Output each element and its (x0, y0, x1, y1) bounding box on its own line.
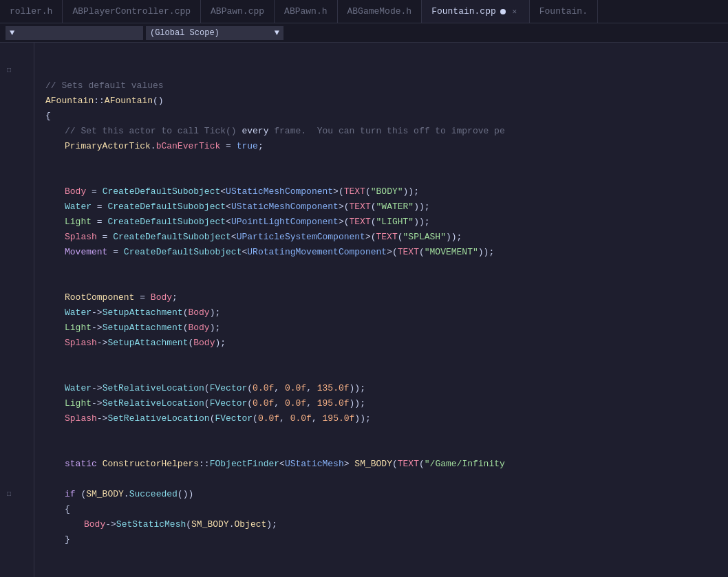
code-line: // Set this actor to call Tick() every f… (45, 124, 728, 139)
line-numbers-gutter: □ □ (0, 43, 34, 577)
tab-abplayercontroller-cpp[interactable]: ABPlayerController.cpp (63, 0, 201, 23)
code-line: // Sets default values (45, 78, 728, 94)
code-line (45, 442, 728, 457)
code-line (45, 472, 728, 487)
tab-abpawn-h[interactable]: ABPawn.h (275, 0, 337, 23)
dirty-indicator (500, 9, 506, 14)
symbol-scope-dropdown[interactable]: (Global Scope) ▼ (146, 26, 283, 40)
code-line: Light->SetupAttachment(Body); (45, 320, 728, 336)
code-line: Movement = CreateDefaultSubobject<URotat… (45, 245, 728, 260)
code-line: Splash->SetRelativeLocation(FVector(0.0f… (45, 411, 728, 426)
code-line: { (45, 502, 728, 517)
code-line: Body->SetStaticMesh(SM_BODY.Object); (45, 517, 728, 532)
code-line: if (SM_BODY.Succeeded()) (45, 487, 728, 502)
tab-label: ABGameMode.h (347, 6, 412, 17)
code-line: static ConstructorHelpers::FObjectFinder… (45, 457, 728, 472)
tab-label: Fountain. (539, 6, 588, 17)
code-line: Light->SetRelativeLocation(FVector(0.0f,… (45, 396, 728, 411)
code-line: AFountain::AFountain() (45, 94, 728, 109)
scope-label: (Global Scope) (150, 28, 220, 38)
tab-label: ABPlayerController.cpp (72, 6, 191, 17)
code-line (45, 63, 728, 78)
tab-label: roller.h (10, 6, 52, 17)
code-line: RootComponent = Body; (45, 290, 728, 305)
code-line: Light = CreateDefaultSubobject<UPointLig… (45, 215, 728, 230)
code-line: Water = CreateDefaultSubobject<UStaticMe… (45, 199, 728, 215)
dropdown-arrow-icon: ▼ (10, 28, 14, 38)
scope-bar: ▼ (Global Scope) ▼ (0, 23, 728, 43)
tab-label: ABPawn.h (284, 6, 327, 17)
tab-fountain-cpp[interactable]: Fountain.cpp ✕ (422, 0, 530, 23)
tab-controller-h[interactable]: roller.h (0, 0, 63, 23)
code-line (45, 260, 728, 275)
code-line (45, 366, 728, 381)
code-line: { (45, 109, 728, 124)
code-line (45, 169, 728, 184)
code-line (45, 275, 728, 290)
code-line (45, 426, 728, 442)
code-line: Splash->SetupAttachment(Body); (45, 336, 728, 351)
tab-label: ABPawn.cpp (211, 6, 264, 17)
code-line: Water->SetRelativeLocation(FVector(0.0f,… (45, 381, 728, 396)
code-line: Body = CreateDefaultSubobject<UStaticMes… (45, 184, 728, 199)
dropdown-arrow-icon: ▼ (275, 28, 279, 38)
code-editor[interactable]: □ □ // Sets default values AFountai (0, 43, 728, 577)
code-line: Water->SetupAttachment(Body); (45, 305, 728, 320)
tab-abpawn-cpp[interactable]: ABPawn.cpp (201, 0, 275, 23)
tab-fountain-more[interactable]: Fountain. (530, 0, 598, 23)
code-text[interactable]: // Sets default values AFountain::AFount… (34, 43, 728, 577)
file-scope-dropdown[interactable]: ▼ (6, 26, 143, 40)
code-line (45, 351, 728, 366)
tab-bar: roller.h ABPlayerController.cpp ABPawn.c… (0, 0, 728, 23)
code-line: PrimaryActorTick.bCanEverTick = true; (45, 139, 728, 154)
tab-abgamemode-h[interactable]: ABGameMode.h (338, 0, 422, 23)
tab-close-button[interactable]: ✕ (510, 7, 520, 17)
tab-label: Fountain.cpp (431, 6, 496, 17)
code-line: } (45, 532, 728, 547)
code-line: Splash = CreateDefaultSubobject<UParticl… (45, 230, 728, 245)
code-line (45, 154, 728, 169)
